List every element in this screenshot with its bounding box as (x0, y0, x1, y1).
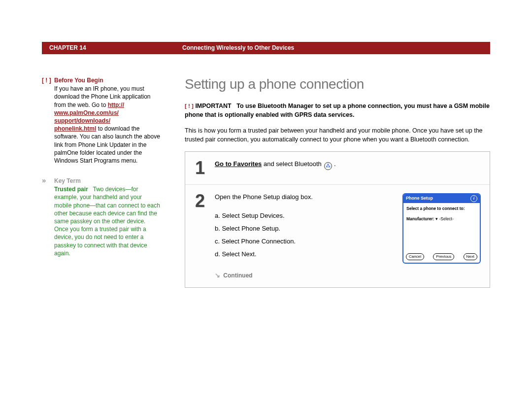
alert-marker: [ ! ] (42, 76, 54, 165)
byb-text-1: If you have an IR phone, you must downlo… (54, 85, 150, 108)
dialog-title: Phone Setup (406, 195, 433, 202)
before-you-begin-heading: Before You Begin (54, 76, 160, 84)
step-2-text: Open the Phone Setup dialog box. a. Sele… (215, 192, 383, 280)
step-2d: d. Select Next. (215, 248, 383, 261)
phonelink-url-line1[interactable]: http:// (108, 102, 124, 108)
manufacturer-label: Manufacturer: (406, 216, 434, 221)
next-button[interactable]: Next (464, 253, 477, 260)
key-term-definition: Trusted pair Two devices—for example, yo… (54, 186, 160, 257)
key-term-block: » Key Term Trusted pair Two devices—for … (42, 177, 160, 257)
step-2-number: 2 (185, 192, 215, 280)
previous-button[interactable]: Previous (433, 253, 454, 260)
go-to-favorites-link[interactable]: Go to Favorites (215, 160, 262, 168)
step-1-number: 1 (185, 159, 215, 177)
bluetooth-icon: ⁂ (324, 162, 332, 170)
step-2b: b. Select Phone Setup. (215, 222, 383, 235)
body-columns: [ ! ] Before You Begin If you have an IR… (42, 76, 490, 288)
manufacturer-dropdown[interactable]: ▾ -Select- (435, 216, 454, 221)
phonelink-url-line4[interactable]: phonelink.html (54, 125, 96, 132)
chevron-right-icon: » (42, 177, 54, 257)
page-title: Setting up a phone connection (185, 76, 490, 92)
step-2a: a. Select Setup Devices. (215, 209, 383, 222)
continued-arrow-icon: ↘ (215, 271, 220, 280)
phonelink-url-line2[interactable]: www.palmOne.com/us/ (54, 109, 119, 116)
continued-indicator: ↘ Continued (215, 271, 383, 280)
key-term-heading: Key Term (54, 177, 160, 185)
dialog-titlebar: Phone Setup i (403, 194, 480, 203)
page-container: CHAPTER 14 Connecting Wirelessly to Othe… (0, 42, 532, 411)
key-term-def-text: Two devices—for example, your handheld a… (54, 186, 160, 257)
main-content: Setting up a phone connection [ ! ] IMPO… (185, 76, 490, 288)
dialog-body: Select a phone to connect to: Manufactur… (403, 203, 480, 253)
step-2-body: Open the Phone Setup dialog box. a. Sele… (215, 192, 481, 280)
chapter-header-bar: CHAPTER 14 Connecting Wirelessly to Othe… (42, 42, 490, 54)
step-2-substeps: a. Select Setup Devices. b. Select Phone… (215, 209, 383, 261)
chapter-number: CHAPTER 14 (42, 42, 182, 54)
steps-box: 1 Go to Favorites and select Bluetooth ⁂… (185, 151, 490, 288)
important-marker: [ ! ] (185, 103, 194, 109)
important-note: [ ! ] IMPORTANT To use Bluetooth Manager… (185, 102, 490, 119)
intro-paragraph: This is how you form a trusted pair betw… (185, 127, 490, 144)
chapter-title: Connecting Wirelessly to Other Devices (182, 42, 294, 54)
step-2-lead: Open the Phone Setup dialog box. (215, 192, 383, 202)
dialog-button-row: Cancel Previous Next (403, 253, 480, 263)
sidebar: [ ! ] Before You Begin If you have an IR… (42, 76, 160, 288)
cancel-button[interactable]: Cancel (406, 253, 424, 260)
dialog-prompt: Select a phone to connect to: (406, 206, 477, 212)
info-icon[interactable]: i (470, 195, 477, 202)
continued-label: Continued (223, 272, 252, 279)
phonelink-url-line3[interactable]: support/downloads/ (54, 117, 110, 124)
step-2-row: 2 Open the Phone Setup dialog box. a. Se… (185, 185, 490, 287)
phone-setup-dialog: Phone Setup i Select a phone to connect … (402, 193, 481, 264)
key-term-term: Trusted pair (54, 186, 88, 193)
before-you-begin-content: Before You Begin If you have an IR phone… (54, 76, 160, 165)
step-1-body: Go to Favorites and select Bluetooth ⁂ . (215, 159, 481, 177)
step-1-row: 1 Go to Favorites and select Bluetooth ⁂… (185, 152, 490, 185)
step-1-rest: and select Bluetooth (264, 160, 323, 168)
key-term-content: Key Term Trusted pair Two devices—for ex… (54, 177, 160, 257)
important-label: IMPORTANT (195, 103, 231, 109)
step-2-wrap: Open the Phone Setup dialog box. a. Sele… (215, 192, 481, 280)
before-you-begin-block: [ ! ] Before You Begin If you have an IR… (42, 76, 160, 165)
step-2c: c. Select Phone Connection. (215, 235, 383, 248)
